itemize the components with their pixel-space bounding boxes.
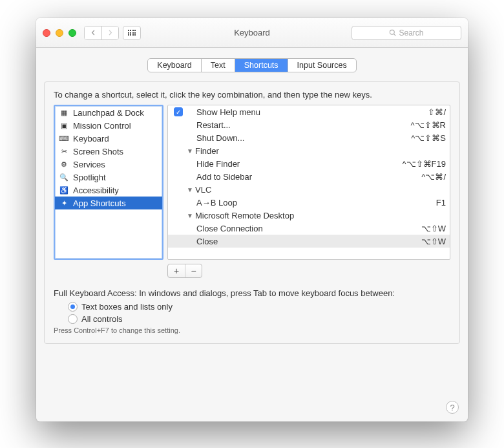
remove-shortcut-button[interactable]: − (185, 264, 202, 277)
search-placeholder: Search (399, 28, 423, 37)
shortcut-combo[interactable]: ^⌥⌘/ (394, 172, 446, 182)
shortcut-group-vlc[interactable]: ▼VLC (168, 183, 450, 196)
sidebar-item-services[interactable]: ⚙Services (55, 158, 162, 171)
checkbox-icon[interactable]: ✓ (174, 107, 183, 116)
sidebar-item-app-shortcuts[interactable]: ✦App Shortcuts (55, 197, 162, 209)
tab-text[interactable]: Text (202, 59, 235, 72)
sidebar-item-keyboard[interactable]: ⌨Keyboard (55, 132, 162, 145)
disclosure-triangle-icon[interactable]: ▼ (186, 212, 194, 219)
category-sidebar[interactable]: ▦Launchpad & Dock ▣Mission Control ⌨Keyb… (54, 105, 163, 260)
spotlight-icon: 🔍 (59, 172, 69, 182)
screenshot-icon: ✂ (59, 146, 69, 156)
grid-icon (128, 30, 136, 36)
search-icon (389, 29, 396, 36)
close-window-button[interactable] (43, 29, 50, 37)
shortcut-combo[interactable]: ^⌥⇧⌘S (394, 133, 446, 143)
add-shortcut-button[interactable]: + (168, 264, 185, 277)
sidebar-item-mission-control[interactable]: ▣Mission Control (55, 119, 162, 132)
preferences-window: Keyboard Search Keyboard Text Shortcuts … (36, 18, 468, 421)
launchpad-icon: ▦ (59, 107, 69, 118)
minimize-window-button[interactable] (56, 29, 63, 37)
back-button[interactable] (85, 27, 101, 39)
shortcut-row[interactable]: A→B Loop F1 (168, 196, 450, 209)
svg-point-0 (390, 30, 395, 34)
sidebar-item-spotlight[interactable]: 🔍Spotlight (55, 171, 162, 184)
shortcut-row[interactable]: Close Connection ⌥⇧W (168, 222, 450, 235)
tab-input-sources[interactable]: Input Sources (288, 59, 356, 72)
mission-control-icon: ▣ (59, 120, 69, 131)
sidebar-item-launchpad[interactable]: ▦Launchpad & Dock (55, 106, 162, 119)
apps-icon: ✦ (59, 198, 69, 208)
window-controls (43, 29, 76, 37)
shortcut-row[interactable]: ✓ Show Help menu ⇧⌘/ (168, 105, 450, 118)
radio-icon (68, 302, 78, 312)
tab-shortcuts[interactable]: Shortcuts (235, 59, 288, 72)
keyboard-access-section: Full Keyboard Access: In windows and dia… (54, 288, 450, 334)
zoom-window-button[interactable] (68, 29, 76, 37)
tabs: Keyboard Text Shortcuts Input Sources (147, 58, 356, 72)
disclosure-triangle-icon[interactable]: ▼ (186, 147, 194, 155)
radio-text-boxes[interactable]: Text boxes and lists only (68, 302, 450, 312)
accessibility-icon: ♿ (59, 185, 69, 195)
shortcut-combo[interactable]: F1 (394, 198, 446, 208)
shortcuts-panel: To change a shortcut, select it, click t… (44, 81, 460, 344)
content: Keyboard Text Shortcuts Input Sources To… (36, 48, 468, 350)
sidebar-item-screenshots[interactable]: ✂Screen Shots (55, 145, 162, 158)
services-icon: ⚙ (59, 159, 69, 169)
shortcut-combo[interactable]: ⌥⇧W (394, 224, 446, 233)
shortcut-group-msrd[interactable]: ▼Microsoft Remote Desktop (168, 209, 450, 222)
show-all-button[interactable] (123, 26, 141, 40)
shortcut-combo[interactable]: ⇧⌘/ (394, 107, 446, 117)
shortcut-combo[interactable]: ^⌥⇧⌘R (394, 120, 446, 130)
keyboard-icon: ⌨ (59, 133, 69, 144)
shortcut-combo[interactable]: ⌥⇧W (394, 237, 446, 246)
shortcut-row[interactable]: Restart... ^⌥⇧⌘R (168, 118, 450, 131)
shortcuts-list[interactable]: ✓ Show Help menu ⇧⌘/ Restart... ^⌥⇧⌘R Sh… (167, 105, 450, 260)
forward-button[interactable] (101, 27, 118, 39)
shortcut-row[interactable]: Close ⌥⇧W (168, 235, 450, 248)
titlebar: Keyboard Search (36, 18, 468, 48)
tab-keyboard[interactable]: Keyboard (148, 59, 202, 72)
search-input[interactable]: Search (352, 26, 461, 40)
radio-icon (68, 314, 78, 324)
shortcut-combo[interactable]: ^⌥⇧⌘F19 (394, 159, 446, 169)
shortcut-row[interactable]: Shut Down... ^⌥⇧⌘S (168, 131, 450, 144)
nav-back-forward (84, 26, 119, 40)
shortcut-row[interactable]: Add to Sidebar ^⌥⌘/ (168, 170, 450, 183)
help-button[interactable]: ? (446, 401, 459, 414)
radio-all-controls[interactable]: All controls (68, 314, 450, 324)
shortcut-row[interactable]: Hide Finder ^⌥⇧⌘F19 (168, 157, 450, 170)
shortcut-group-finder[interactable]: ▼Finder (168, 144, 450, 157)
instruction-text: To change a shortcut, select it, click t… (54, 90, 450, 100)
sidebar-item-accessibility[interactable]: ♿Accessibility (55, 184, 162, 197)
add-remove-controls: + − (167, 264, 450, 278)
keyboard-access-hint: Press Control+F7 to change this setting. (54, 326, 450, 334)
keyboard-access-prompt: Full Keyboard Access: In windows and dia… (54, 288, 450, 298)
disclosure-triangle-icon[interactable]: ▼ (186, 186, 194, 193)
svg-line-1 (394, 34, 396, 36)
